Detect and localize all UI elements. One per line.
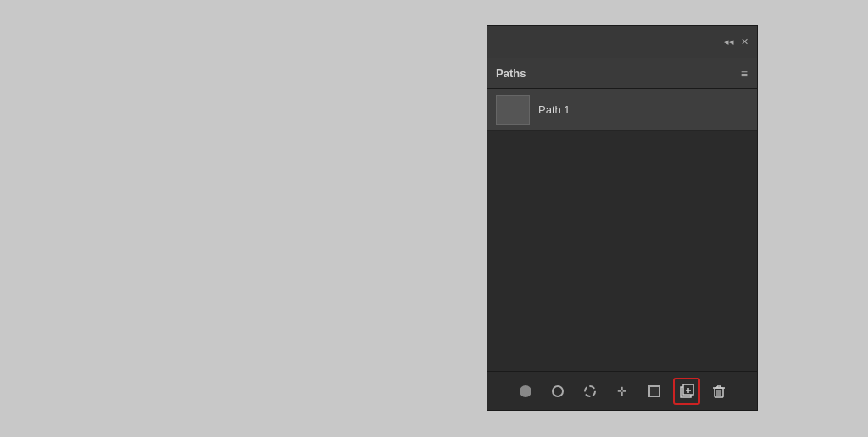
stroke-circle-icon <box>552 385 564 397</box>
workspace: ◂◂ ✕ Paths ≡ Path 1 <box>0 0 868 437</box>
stroke-path-button[interactable] <box>545 379 570 404</box>
make-work-path-button[interactable]: ✛ <box>609 379 635 404</box>
collapse-icon[interactable]: ◂◂ <box>724 36 734 47</box>
crosshair-icon: ✛ <box>617 384 627 398</box>
path-item[interactable]: Path 1 <box>487 89 757 131</box>
paths-panel: ◂◂ ✕ Paths ≡ Path 1 <box>487 25 758 411</box>
fill-circle-icon <box>520 385 531 397</box>
new-path-icon <box>679 384 694 399</box>
panel-menu-icon[interactable]: ≡ <box>741 67 748 80</box>
path-name: Path 1 <box>538 103 570 116</box>
panel-footer: ✛ <box>487 371 757 410</box>
fill-path-button[interactable] <box>513 379 538 404</box>
load-selection-button[interactable] <box>577 379 603 404</box>
close-panel-icon[interactable]: ✕ <box>741 36 748 47</box>
paths-list: Path 1 <box>487 89 757 371</box>
dashed-circle-icon <box>584 385 596 397</box>
panel-titlebar: ◂◂ ✕ <box>487 26 757 58</box>
mask-square-icon <box>648 385 660 397</box>
panel-title: Paths <box>496 67 526 80</box>
panel-header: Paths ≡ <box>487 58 757 89</box>
new-path-button[interactable] <box>674 379 699 404</box>
trash-icon <box>711 384 726 399</box>
delete-path-button[interactable] <box>706 379 732 404</box>
add-mask-button[interactable] <box>642 379 667 404</box>
path-thumbnail <box>496 95 530 125</box>
